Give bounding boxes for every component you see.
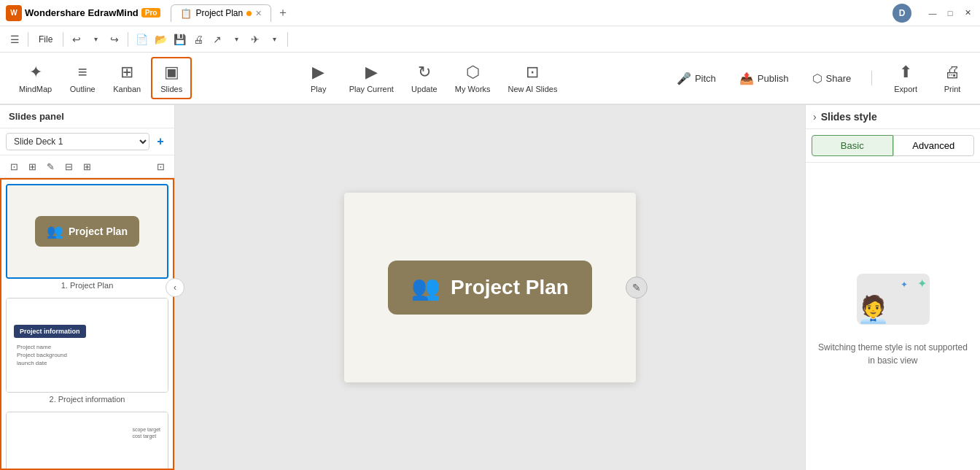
play-icon: ▶ (312, 63, 324, 82)
slide-item-2[interactable]: Project information Project name Project… (6, 298, 168, 406)
tab-project-plan[interactable]: 📋 Project Plan ✕ (171, 4, 271, 22)
toolbar-slides[interactable]: ▣ Slides (151, 57, 192, 99)
export-label: Export (894, 85, 917, 93)
minimize-btn[interactable]: — (926, 7, 939, 20)
slide3-line2: cost target (132, 434, 160, 439)
win-controls: — □ ✕ (926, 7, 974, 20)
toolbar-outline[interactable]: ≡ Outline (62, 58, 103, 98)
slide-display-btn[interactable]: ⊡ (152, 158, 168, 174)
close-btn[interactable]: ✕ (961, 7, 974, 20)
style-tab-basic[interactable]: Basic (812, 135, 893, 156)
slide-item-1[interactable]: 👥 Project Plan 1. Project Plan (6, 184, 168, 292)
toolbar-play[interactable]: ▶ Play (298, 58, 339, 98)
tab-area: 📋 Project Plan ✕ ＋ (171, 4, 292, 22)
collapse-panel-btn[interactable]: ‹ (166, 278, 184, 297)
slide-tools: ⊡ ⊞ ✎ ⊟ ⊞ ⊡ (0, 155, 174, 178)
slide3-preview: Project goals scope target cost target (7, 412, 168, 470)
illust-person-icon: 🧑‍💼 (857, 294, 890, 325)
undo-redo-group: ↩ ▾ ↪ (68, 31, 123, 48)
slide1-preview: 👥 Project Plan (7, 185, 167, 277)
print-btn[interactable]: 🖨 (190, 31, 207, 48)
play-toolbar-group: ▶ Play ▶ Play Current ↻ Update ⬡ My Work… (298, 58, 565, 98)
tab-close-btn[interactable]: ✕ (255, 9, 262, 18)
share-dropdown-btn[interactable]: ▾ (265, 31, 283, 48)
export-dropdown-btn[interactable]: ▾ (228, 31, 245, 48)
slides-panel-header: Slides panel (0, 105, 174, 128)
add-tab-btn[interactable]: ＋ (274, 4, 292, 22)
style-tabs: Basic Advanced (806, 129, 980, 163)
style-tab-advanced[interactable]: Advanced (893, 135, 975, 156)
slide3-line1: scope target (132, 427, 160, 432)
slide-tool-1[interactable]: ⊡ (6, 158, 22, 174)
new-file-btn[interactable]: 📄 (133, 31, 150, 48)
menu-file[interactable]: File (33, 31, 58, 47)
slide-tool-5[interactable]: ⊞ (79, 158, 95, 174)
export-btn[interactable]: ↗ (209, 31, 226, 48)
canvas-icon: 👥 (411, 274, 440, 301)
share-btn2[interactable]: ⬡ Share (806, 69, 858, 88)
view-toolbar-group: ✦ MindMap ≡ Outline ⊞ Kanban ▣ Slides (12, 57, 192, 99)
sidebar-toggle-btn[interactable]: ☰ (6, 31, 23, 48)
add-deck-btn[interactable]: + (152, 134, 168, 150)
illust-sparkle-icon: ✦ (901, 280, 908, 290)
slide2-preview: Project information Project name Project… (7, 298, 168, 392)
toolbar-export[interactable]: ⬆ Export (887, 58, 925, 98)
slide-item-3[interactable]: Project goals scope target cost target 3… (6, 412, 168, 470)
my-works-label: My Works (455, 85, 491, 93)
pitch-label: Pitch (695, 73, 716, 84)
deck-select[interactable]: Slide Deck 1 (6, 133, 149, 150)
slide2-line1: Project name (17, 344, 160, 350)
undo-btn[interactable]: ↩ (68, 31, 85, 48)
main-toolbar: ✦ MindMap ≡ Outline ⊞ Kanban ▣ Slides ▶ … (0, 53, 980, 105)
slide2-line2: Project background (17, 352, 160, 358)
share-label: Share (826, 73, 852, 84)
toolbar-print[interactable]: 🖨 Print (936, 58, 968, 98)
slide-tool-3[interactable]: ✎ (42, 158, 58, 174)
avatar[interactable]: D (892, 4, 911, 23)
sep1 (28, 32, 28, 47)
canvas-title-text: Project Plan (451, 276, 569, 299)
right-panel-title: Slides style (821, 111, 877, 123)
publish-icon: 📤 (739, 72, 754, 85)
toolbar-mindmap[interactable]: ✦ MindMap (12, 58, 59, 98)
title-bar: W Wondershare EdrawMind Pro 📋 Project Pl… (0, 0, 980, 26)
menu-bar: ☰ File ↩ ▾ ↪ 📄 📂 💾 🖨 ↗ ▾ ✈ ▾ (0, 26, 980, 53)
new-ai-slides-icon: ⊡ (526, 63, 539, 82)
export-icon2: ⬆ (899, 63, 912, 82)
slide-tool-4[interactable]: ⊟ (61, 158, 77, 174)
publish-btn[interactable]: 📤 Publish (734, 69, 795, 88)
toolbar-my-works[interactable]: ⬡ My Works (448, 58, 498, 98)
new-ai-slides-label: New AI Slides (508, 85, 558, 93)
pitch-btn[interactable]: 🎤 Pitch (671, 69, 722, 88)
toolbar-play-current[interactable]: ▶ Play Current (342, 58, 401, 98)
kanban-icon: ⊞ (120, 63, 133, 82)
slide-tool-2[interactable]: ⊞ (24, 158, 40, 174)
title-bar-right: D — □ ✕ (892, 4, 974, 23)
sep2 (63, 32, 63, 47)
restore-btn[interactable]: □ (944, 7, 957, 20)
slides-icon: ▣ (164, 63, 179, 82)
slide3-lines: scope target cost target (132, 427, 160, 439)
right-panel-content: 🧑‍💼 ✦ ✦ Switching theme style is not sup… (806, 163, 980, 470)
share-btn[interactable]: ✈ (246, 31, 264, 48)
app-logo: W Wondershare EdrawMind Pro (6, 5, 160, 21)
undo-dropdown-btn[interactable]: ▾ (87, 31, 104, 48)
toolbar-new-ai-slides[interactable]: ⊡ New AI Slides (501, 58, 565, 98)
slide-canvas[interactable]: 👥 Project Plan ✎ (344, 193, 636, 382)
main-area: Slides panel Slide Deck 1 + ⊡ ⊞ ✎ ⊟ ⊞ ⊡ … (0, 105, 980, 470)
collapse-right-btn[interactable]: › (813, 111, 817, 123)
right-panel-message: Switching theme style is not supported i… (817, 341, 968, 367)
open-file-btn[interactable]: 📂 (152, 31, 169, 48)
pitch-icon: 🎤 (677, 72, 691, 85)
canvas-edit-btn[interactable]: ✎ (626, 277, 648, 298)
right-action-group: 🎤 Pitch 📤 Publish ⬡ Share ⬆ Export 🖨 Pri… (671, 58, 968, 98)
tab-modified-dot (246, 11, 252, 16)
save-btn[interactable]: 💾 (171, 31, 188, 48)
print-label: Print (944, 85, 961, 93)
illustration: 🧑‍💼 ✦ ✦ (849, 266, 937, 332)
toolbar-kanban[interactable]: ⊞ Kanban (106, 58, 148, 98)
toolbar-update[interactable]: ↻ Update (404, 58, 445, 98)
redo-btn[interactable]: ↪ (106, 31, 123, 48)
kanban-label: Kanban (113, 85, 141, 93)
update-icon: ↻ (418, 63, 431, 82)
